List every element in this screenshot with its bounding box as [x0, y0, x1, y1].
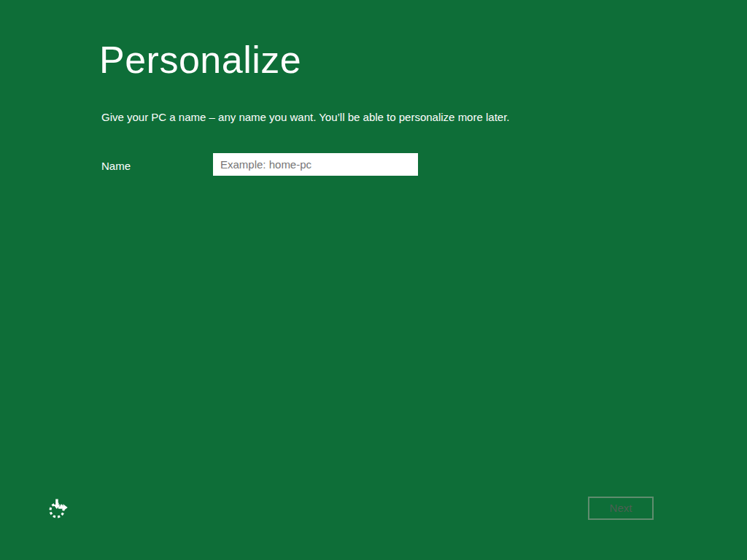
- instruction-text: Give your PC a name – any name you want.…: [101, 111, 510, 123]
- page-title: Personalize: [99, 39, 301, 81]
- personalize-setup-screen: Personalize Give your PC a name – any na…: [0, 0, 747, 560]
- pc-name-input[interactable]: [213, 153, 418, 176]
- ease-of-access-button[interactable]: [45, 497, 70, 521]
- name-label: Name: [101, 160, 131, 172]
- ease-of-access-icon: [47, 498, 69, 521]
- next-button[interactable]: Next: [588, 497, 654, 520]
